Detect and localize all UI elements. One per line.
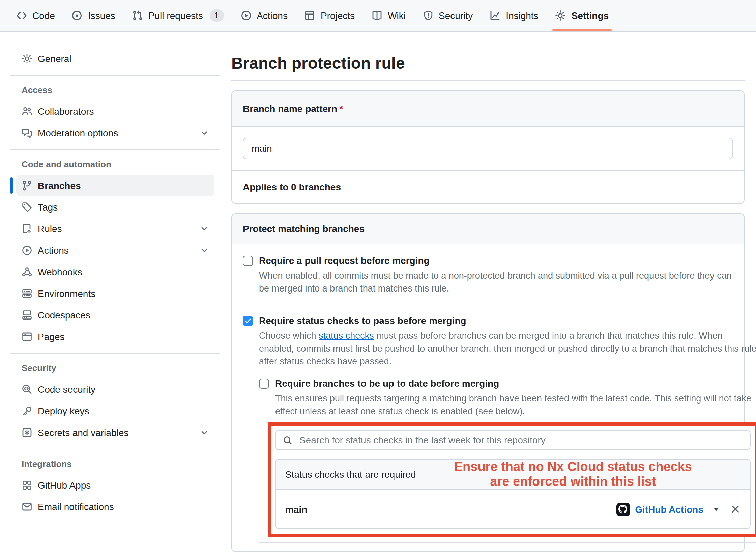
page-title: Branch protection rule — [231, 53, 745, 74]
search-icon — [283, 435, 293, 445]
status-checks-link[interactable]: status checks — [319, 331, 374, 341]
sidebar-item-branches[interactable]: Branches — [16, 175, 214, 196]
tab-wiki[interactable]: Wiki — [365, 0, 412, 31]
github-mark-icon — [618, 505, 627, 514]
sidebar-section-integrations: Integrations — [16, 455, 214, 474]
tab-label: Wiki — [388, 10, 406, 21]
sidebar-item-label: GitHub Apps — [38, 480, 91, 491]
branch-name-pattern-input[interactable] — [243, 138, 733, 159]
sidebar-item-label: Code security — [38, 384, 95, 395]
sidebar-item-environments[interactable]: Environments — [16, 283, 214, 304]
codespaces-icon — [22, 310, 32, 321]
sidebar-item-webhooks[interactable]: Webhooks — [16, 261, 214, 283]
status-check-row: main GitHub Actions — [276, 490, 750, 528]
chevron-down-icon — [200, 224, 209, 233]
sidebar-item-rules[interactable]: Rules — [16, 218, 214, 240]
require-pull-request-checkbox[interactable] — [243, 256, 253, 266]
apps-icon — [22, 480, 32, 491]
sidebar-item-actions[interactable]: Actions — [16, 240, 214, 261]
option-label: Require a pull request before merging — [259, 254, 733, 268]
require-up-to-date-checkbox[interactable] — [259, 379, 269, 389]
sidebar-divider — [10, 449, 220, 449]
annotation-highlight-box: Status checks that are required Ensure t… — [268, 422, 756, 537]
tab-actions[interactable]: Actions — [234, 0, 294, 31]
webhook-icon — [22, 267, 32, 277]
sidebar-divider — [10, 353, 220, 354]
sidebar-item-label: Webhooks — [38, 267, 82, 277]
tab-security[interactable]: Security — [416, 0, 479, 31]
required-status-checks-header: Status checks that are required Ensure t… — [276, 460, 750, 490]
github-settings-page: Code Issues Pull requests 1 Actions Pr — [0, 0, 756, 554]
github-actions-link[interactable]: GitHub Actions — [635, 504, 703, 515]
sidebar-item-label: Email notifications — [38, 501, 114, 512]
asterisk-box-icon — [22, 427, 32, 438]
sidebar-item-label: Moderation options — [38, 128, 118, 138]
required-status-checks-list: Status checks that are required Ensure t… — [275, 459, 751, 529]
sidebar-divider — [10, 149, 220, 150]
tab-label: Projects — [321, 10, 355, 21]
sidebar-item-collaborators[interactable]: Collaborators — [16, 101, 214, 122]
sidebar-item-code-security[interactable]: Code security — [16, 379, 214, 400]
branch-name-pattern-label: Branch name pattern — [243, 103, 337, 114]
sidebar-item-github-apps[interactable]: GitHub Apps — [16, 474, 214, 496]
sidebar-item-label: Rules — [38, 223, 62, 234]
option-description: This ensures pull requests targeting a m… — [275, 392, 756, 418]
github-actions-avatar — [616, 502, 630, 516]
option-require-pull-request: Require a pull request before merging Wh… — [232, 244, 744, 304]
play-icon — [22, 245, 32, 256]
caret-down-icon[interactable] — [712, 505, 720, 513]
sidebar-section-security: Security — [16, 359, 214, 379]
next-section-divider — [259, 542, 756, 543]
sidebar-item-deploy-keys[interactable]: Deploy keys — [16, 400, 214, 422]
sidebar-item-pages[interactable]: Pages — [16, 326, 214, 348]
sidebar-item-label: General — [38, 53, 71, 64]
tab-code[interactable]: Code — [9, 0, 62, 31]
tab-insights[interactable]: Insights — [483, 0, 545, 31]
issue-icon — [72, 10, 83, 21]
remove-status-check-button[interactable] — [730, 504, 740, 514]
required-asterisk: * — [339, 103, 343, 114]
rules-icon — [22, 223, 32, 234]
protect-matching-branches-header: Protect matching branches — [232, 214, 744, 244]
sidebar-item-label: Pages — [38, 331, 64, 342]
status-check-search — [275, 430, 751, 450]
repo-tab-nav: Code Issues Pull requests 1 Actions Pr — [0, 0, 756, 32]
play-icon — [240, 10, 251, 21]
sidebar-item-label: Codespaces — [38, 310, 90, 321]
tab-settings[interactable]: Settings — [549, 0, 615, 31]
sidebar-item-general[interactable]: General — [16, 48, 214, 70]
sidebar-item-label: Environments — [38, 288, 95, 299]
annotation-note: Ensure that no Nx Cloud status checks ar… — [454, 460, 692, 489]
check-icon — [244, 317, 252, 325]
sidebar-item-label: Collaborators — [38, 106, 94, 117]
close-icon — [730, 504, 740, 514]
required-status-checks-title: Status checks that are required — [285, 469, 416, 480]
sidebar-item-tags[interactable]: Tags — [16, 196, 214, 218]
sidebar-item-codespaces[interactable]: Codespaces — [16, 304, 214, 326]
sidebar-item-secrets-variables[interactable]: Secrets and variables — [16, 422, 214, 443]
sidebar-section-access: Access — [16, 81, 214, 101]
sidebar-item-moderation-options[interactable]: Moderation options — [16, 122, 214, 144]
tab-label: Security — [439, 10, 473, 21]
table-icon — [304, 10, 315, 21]
tab-projects[interactable]: Projects — [298, 0, 361, 31]
key-icon — [22, 406, 32, 416]
sidebar-item-label: Branches — [38, 180, 81, 191]
shield-icon — [423, 10, 433, 21]
tab-label: Settings — [572, 10, 609, 21]
branch-name-pattern-header: Branch name pattern* — [232, 91, 744, 127]
browser-icon — [22, 331, 32, 342]
tab-issues[interactable]: Issues — [65, 0, 122, 31]
status-check-search-input[interactable] — [298, 434, 743, 446]
sidebar-divider — [10, 75, 220, 76]
mail-icon — [22, 501, 32, 512]
require-status-checks-checkbox[interactable] — [243, 316, 253, 326]
protect-matching-branches-card: Protect matching branches Require a pull… — [231, 213, 745, 552]
branch-name-pattern-body — [232, 127, 744, 170]
sidebar-section-code-automation: Code and automation — [16, 155, 214, 175]
sidebar-item-email-notifications[interactable]: Email notifications — [16, 496, 214, 518]
sidebar-item-label: Deploy keys — [38, 406, 89, 416]
tab-pull-requests[interactable]: Pull requests 1 — [125, 0, 230, 31]
option-require-up-to-date: Require branches to be up to date before… — [259, 377, 756, 418]
tab-label: Insights — [506, 10, 539, 21]
